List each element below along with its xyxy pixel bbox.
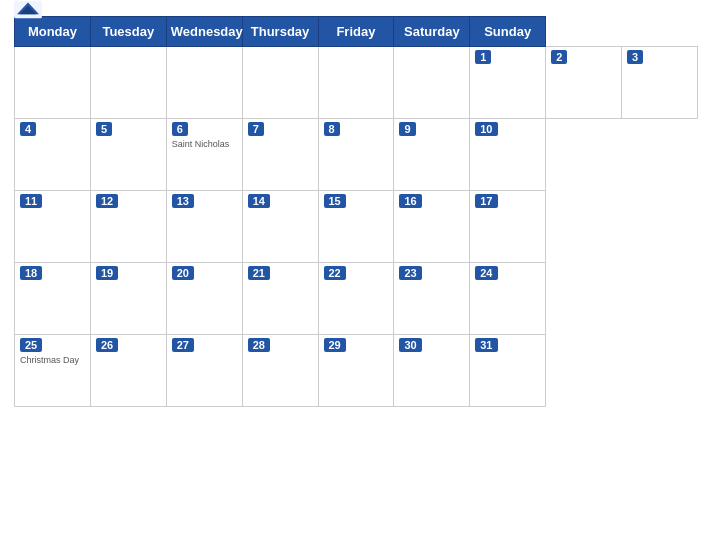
date-cell: 29 [318, 335, 394, 407]
date-number: 2 [551, 50, 567, 64]
date-cell: 6Saint Nicholas [166, 119, 242, 191]
date-cell: 28 [242, 335, 318, 407]
date-cell: 12 [90, 191, 166, 263]
date-number: 11 [20, 194, 42, 208]
date-cell: 24 [470, 263, 546, 335]
date-cell: 13 [166, 191, 242, 263]
empty-cell [90, 47, 166, 119]
date-cell: 30 [394, 335, 470, 407]
date-cell: 16 [394, 191, 470, 263]
date-cell: 25Christmas Day [15, 335, 91, 407]
date-cell: 23 [394, 263, 470, 335]
date-number: 25 [20, 338, 42, 352]
weekday-friday: Friday [318, 17, 394, 47]
date-cell: 18 [15, 263, 91, 335]
date-number: 13 [172, 194, 194, 208]
date-number: 6 [172, 122, 188, 136]
date-number: 17 [475, 194, 497, 208]
date-number: 12 [96, 194, 118, 208]
date-cell [318, 47, 394, 119]
date-number: 5 [96, 122, 112, 136]
calendar-week-1: 123 [15, 47, 698, 119]
date-number: 28 [248, 338, 270, 352]
date-cell: 14 [242, 191, 318, 263]
date-number: 7 [248, 122, 264, 136]
date-number: 8 [324, 122, 340, 136]
date-cell: 7 [242, 119, 318, 191]
date-number: 1 [475, 50, 491, 64]
date-number: 20 [172, 266, 194, 280]
date-cell: 19 [90, 263, 166, 335]
holiday-name: Saint Nicholas [172, 139, 237, 149]
date-cell: 10 [470, 119, 546, 191]
date-number: 19 [96, 266, 118, 280]
date-cell: 9 [394, 119, 470, 191]
calendar-week-5: 25Christmas Day262728293031 [15, 335, 698, 407]
date-number: 30 [399, 338, 421, 352]
calendar-week-2: 456Saint Nicholas78910 [15, 119, 698, 191]
date-number: 16 [399, 194, 421, 208]
date-cell: 27 [166, 335, 242, 407]
date-cell: 21 [242, 263, 318, 335]
date-number: 4 [20, 122, 36, 136]
date-cell: 26 [90, 335, 166, 407]
date-number: 31 [475, 338, 497, 352]
weekday-sunday: Sunday [470, 17, 546, 47]
date-number: 18 [20, 266, 42, 280]
logo [14, 1, 42, 20]
date-cell: 4 [15, 119, 91, 191]
date-number: 29 [324, 338, 346, 352]
calendar-container: MondayTuesdayWednesdayThursdayFridaySatu… [0, 0, 712, 550]
weekday-saturday: Saturday [394, 17, 470, 47]
date-number: 10 [475, 122, 497, 136]
date-number: 9 [399, 122, 415, 136]
date-number: 14 [248, 194, 270, 208]
date-cell: 8 [318, 119, 394, 191]
date-number: 15 [324, 194, 346, 208]
calendar-table: MondayTuesdayWednesdayThursdayFridaySatu… [14, 16, 698, 407]
holiday-name: Christmas Day [20, 355, 85, 365]
date-cell [394, 47, 470, 119]
date-cell [242, 47, 318, 119]
date-number: 21 [248, 266, 270, 280]
date-number: 22 [324, 266, 346, 280]
date-number: 27 [172, 338, 194, 352]
weekday-tuesday: Tuesday [90, 17, 166, 47]
weekday-monday: Monday [15, 17, 91, 47]
calendar-week-3: 11121314151617 [15, 191, 698, 263]
date-cell: 11 [15, 191, 91, 263]
weekday-wednesday: Wednesday [166, 17, 242, 47]
date-number: 3 [627, 50, 643, 64]
date-number: 24 [475, 266, 497, 280]
date-cell: 31 [470, 335, 546, 407]
date-cell: 3 [622, 47, 698, 119]
weekday-header-row: MondayTuesdayWednesdayThursdayFridaySatu… [15, 17, 698, 47]
date-cell: 5 [90, 119, 166, 191]
date-cell: 2 [546, 47, 622, 119]
date-number: 23 [399, 266, 421, 280]
date-cell: 15 [318, 191, 394, 263]
weekday-thursday: Thursday [242, 17, 318, 47]
empty-cell [166, 47, 242, 119]
date-cell: 22 [318, 263, 394, 335]
date-number: 26 [96, 338, 118, 352]
date-cell: 17 [470, 191, 546, 263]
calendar-week-4: 18192021222324 [15, 263, 698, 335]
date-cell: 1 [470, 47, 546, 119]
date-cell: 20 [166, 263, 242, 335]
empty-cell [15, 47, 91, 119]
